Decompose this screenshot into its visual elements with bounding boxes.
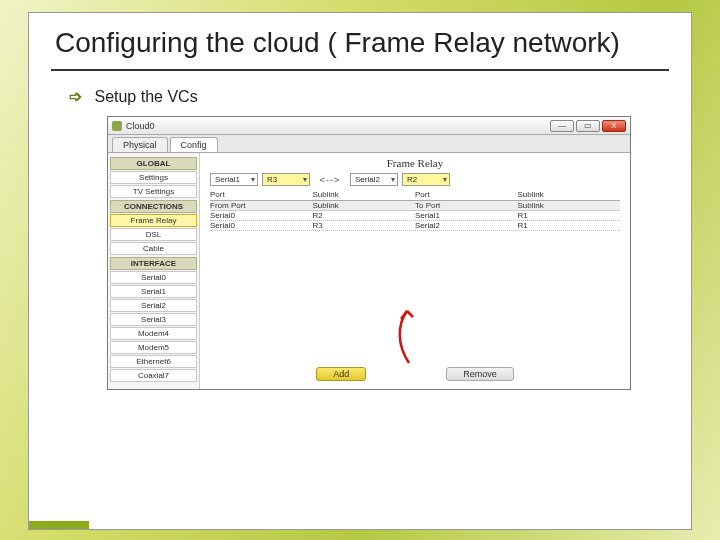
vc-row[interactable]: Serial0 R3 Serial2 R1 bbox=[210, 221, 620, 231]
sidebar-item-settings[interactable]: Settings bbox=[110, 171, 197, 184]
sidebar-header-global: GLOBAL bbox=[110, 157, 197, 170]
cell-sublink-left: R3 bbox=[313, 221, 416, 230]
column-headers: Port Sublink Port Sublink bbox=[210, 190, 620, 201]
slide-accent-bar bbox=[29, 521, 89, 529]
window-tabs: Physical Config bbox=[108, 135, 630, 153]
sub-headers: From Port Sublink To Port Sublink bbox=[210, 201, 620, 211]
window-titlebar: Cloud0 — ▭ X bbox=[108, 117, 630, 135]
cell-to-port: Serial1 bbox=[415, 211, 518, 220]
remove-button[interactable]: Remove bbox=[446, 367, 514, 381]
sidebar-item-dsl[interactable]: DSL bbox=[110, 228, 197, 241]
cell-from-port: Serial0 bbox=[210, 211, 313, 220]
to-sublink-select[interactable]: R2 bbox=[402, 173, 450, 186]
bullet-item: ➩ Setup the VCs bbox=[29, 85, 691, 116]
tab-physical[interactable]: Physical bbox=[112, 137, 168, 152]
subheader-to-port: To Port bbox=[415, 201, 518, 210]
app-icon bbox=[112, 121, 122, 131]
cell-sublink-right: R1 bbox=[518, 221, 621, 230]
sidebar-item-coaxial7[interactable]: Coaxial7 bbox=[110, 369, 197, 382]
sidebar-item-serial0[interactable]: Serial0 bbox=[110, 271, 197, 284]
cell-to-port: Serial2 bbox=[415, 221, 518, 230]
maximize-button[interactable]: ▭ bbox=[576, 120, 600, 132]
to-port-select[interactable]: Serial2 bbox=[350, 173, 398, 186]
header-sublink-right: Sublink bbox=[518, 190, 621, 199]
add-button[interactable]: Add bbox=[316, 367, 366, 381]
subheader-sublink-right: Sublink bbox=[518, 201, 621, 210]
sidebar-item-tv-settings[interactable]: TV Settings bbox=[110, 185, 197, 198]
sidebar: GLOBAL Settings TV Settings CONNECTIONS … bbox=[108, 153, 200, 389]
sidebar-item-modem4[interactable]: Modem4 bbox=[110, 327, 197, 340]
close-button[interactable]: X bbox=[602, 120, 626, 132]
title-separator bbox=[51, 69, 669, 71]
vc-row[interactable]: Serial0 R2 Serial1 R1 bbox=[210, 211, 620, 221]
annotation-arrow-icon bbox=[389, 305, 429, 365]
cell-sublink-right: R1 bbox=[518, 211, 621, 220]
window-title: Cloud0 bbox=[126, 121, 155, 131]
from-port-select[interactable]: Serial1 bbox=[210, 173, 258, 186]
header-port-right: Port bbox=[415, 190, 518, 199]
sidebar-item-ethernet6[interactable]: Ethernet6 bbox=[110, 355, 197, 368]
sidebar-item-modem5[interactable]: Modem5 bbox=[110, 341, 197, 354]
main-panel: Frame Relay Serial1 R3 <--> Serial2 R2 P… bbox=[200, 153, 630, 389]
sidebar-item-serial3[interactable]: Serial3 bbox=[110, 313, 197, 326]
subheader-sublink-left: Sublink bbox=[313, 201, 416, 210]
header-sublink-left: Sublink bbox=[313, 190, 416, 199]
sidebar-item-cable[interactable]: Cable bbox=[110, 242, 197, 255]
panel-title: Frame Relay bbox=[210, 157, 620, 169]
bullet-text: Setup the VCs bbox=[94, 88, 197, 105]
arrow-bullet-icon: ➩ bbox=[69, 87, 82, 106]
cell-sublink-left: R2 bbox=[313, 211, 416, 220]
link-arrow-icon: <--> bbox=[314, 175, 346, 185]
from-sublink-select[interactable]: R3 bbox=[262, 173, 310, 186]
vc-config-row: Serial1 R3 <--> Serial2 R2 bbox=[210, 173, 620, 186]
sidebar-item-serial1[interactable]: Serial1 bbox=[110, 285, 197, 298]
subheader-from-port: From Port bbox=[210, 201, 313, 210]
tab-config[interactable]: Config bbox=[170, 137, 218, 152]
minimize-button[interactable]: — bbox=[550, 120, 574, 132]
app-window: Cloud0 — ▭ X Physical Config GLOBAL Sett… bbox=[107, 116, 631, 390]
sidebar-header-interface: INTERFACE bbox=[110, 257, 197, 270]
sidebar-header-connections: CONNECTIONS bbox=[110, 200, 197, 213]
header-port-left: Port bbox=[210, 190, 313, 199]
slide-title: Configuring the cloud ( Frame Relay netw… bbox=[29, 13, 691, 69]
cell-from-port: Serial0 bbox=[210, 221, 313, 230]
sidebar-item-serial2[interactable]: Serial2 bbox=[110, 299, 197, 312]
sidebar-item-frame-relay[interactable]: Frame Relay bbox=[110, 214, 197, 227]
